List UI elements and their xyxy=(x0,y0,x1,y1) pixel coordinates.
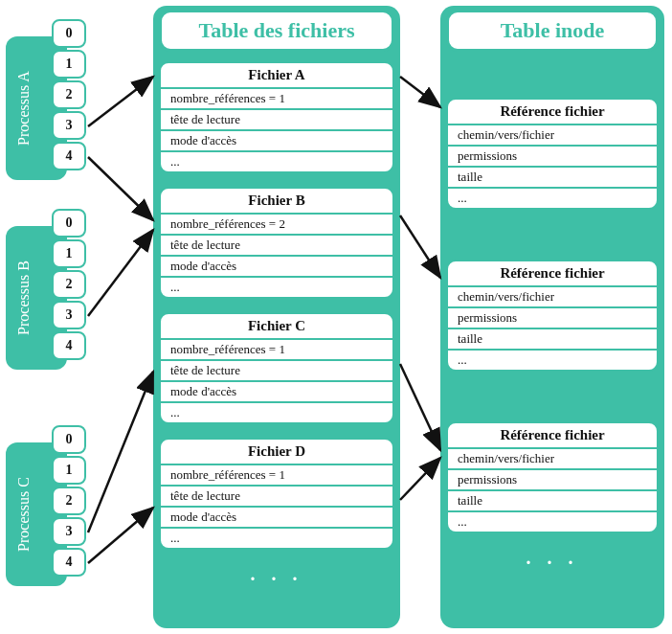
arrow xyxy=(400,77,440,107)
inode-row: chemin/vers/fichier xyxy=(446,125,659,147)
inode-table-panel: Table inode Référence fichier chemin/ver… xyxy=(440,6,664,628)
inode-row: ... xyxy=(446,189,659,210)
inode-row: chemin/vers/fichier xyxy=(446,287,659,308)
arrow xyxy=(400,364,440,450)
inode-row: taille xyxy=(446,329,659,351)
file-row: mode d'accès xyxy=(159,257,394,278)
arrow xyxy=(88,372,153,532)
inode-row: permissions xyxy=(446,147,659,168)
fd-cell: 2 xyxy=(52,487,86,515)
process-c-fds: 0 1 2 3 4 xyxy=(52,425,86,577)
file-table-panel: Table des fichiers Fichier A nombre_réfé… xyxy=(153,6,400,628)
inode-row: ... xyxy=(446,351,659,372)
fd-cell: 4 xyxy=(52,548,86,577)
file-header: Fichier D xyxy=(159,438,394,465)
fd-cell: 2 xyxy=(52,270,86,299)
fd-cell: 3 xyxy=(52,301,86,329)
inode-table-title: Table inode xyxy=(446,10,659,52)
process-b-fds: 0 1 2 3 4 xyxy=(52,209,86,360)
file-row: tête de lecture xyxy=(159,110,394,131)
process-a-fds: 0 1 2 3 4 xyxy=(52,19,86,170)
inode-row: taille xyxy=(446,168,659,189)
inode-block-1: Référence fichier chemin/vers/fichier pe… xyxy=(446,260,659,372)
inode-row: taille xyxy=(446,491,659,512)
file-header: Fichier C xyxy=(159,312,394,340)
file-table-title: Table des fichiers xyxy=(159,10,394,52)
inode-row: permissions xyxy=(446,470,659,491)
inode-row: ... xyxy=(446,512,659,533)
arrow xyxy=(88,508,153,563)
arrow xyxy=(400,215,440,278)
arrow xyxy=(88,230,153,316)
file-row: nombre_références = 1 xyxy=(159,340,394,361)
fd-cell: 0 xyxy=(52,19,86,48)
file-row: mode d'accès xyxy=(159,382,394,403)
fd-cell: 2 xyxy=(52,80,86,109)
fd-cell: 1 xyxy=(52,50,86,79)
fd-cell: 4 xyxy=(52,142,86,170)
file-row: tête de lecture xyxy=(159,487,394,508)
file-row: ... xyxy=(159,278,394,299)
file-row: tête de lecture xyxy=(159,236,394,257)
fd-cell: 1 xyxy=(52,239,86,268)
file-row: ... xyxy=(159,152,394,173)
file-row: ... xyxy=(159,529,394,550)
file-block-b: Fichier B nombre_références = 2 tête de … xyxy=(159,187,394,299)
file-table-footer: . . . xyxy=(159,563,394,587)
process-b-label: Processus B xyxy=(15,260,33,335)
fd-cell: 1 xyxy=(52,456,86,485)
fd-cell: 3 xyxy=(52,111,86,140)
inode-table-footer: . . . xyxy=(446,547,659,571)
file-row: ... xyxy=(159,403,394,424)
inode-block-2: Référence fichier chemin/vers/fichier pe… xyxy=(446,421,659,533)
file-row: mode d'accès xyxy=(159,131,394,152)
fd-cell: 0 xyxy=(52,209,86,238)
fd-cell: 3 xyxy=(52,517,86,546)
fd-cell: 4 xyxy=(52,331,86,360)
arrow xyxy=(88,77,153,126)
file-row: nombre_références = 1 xyxy=(159,465,394,487)
file-row: mode d'accès xyxy=(159,508,394,529)
file-row: tête de lecture xyxy=(159,361,394,382)
arrow xyxy=(400,458,440,500)
arrow xyxy=(88,157,153,220)
fd-cell: 0 xyxy=(52,425,86,454)
process-a-label: Processus A xyxy=(15,71,33,146)
inode-block-0: Référence fichier chemin/vers/fichier pe… xyxy=(446,98,659,210)
file-block-a: Fichier A nombre_références = 1 tête de … xyxy=(159,61,394,173)
file-header: Fichier B xyxy=(159,187,394,215)
inode-row: chemin/vers/fichier xyxy=(446,449,659,470)
inode-header: Référence fichier xyxy=(446,98,659,125)
file-row: nombre_références = 2 xyxy=(159,215,394,236)
inode-row: permissions xyxy=(446,308,659,329)
file-row: nombre_références = 1 xyxy=(159,89,394,110)
inode-header: Référence fichier xyxy=(446,421,659,449)
file-header: Fichier A xyxy=(159,61,394,89)
inode-header: Référence fichier xyxy=(446,260,659,287)
file-block-d: Fichier D nombre_références = 1 tête de … xyxy=(159,438,394,550)
process-c-label: Processus C xyxy=(15,477,33,552)
file-block-c: Fichier C nombre_références = 1 tête de … xyxy=(159,312,394,424)
